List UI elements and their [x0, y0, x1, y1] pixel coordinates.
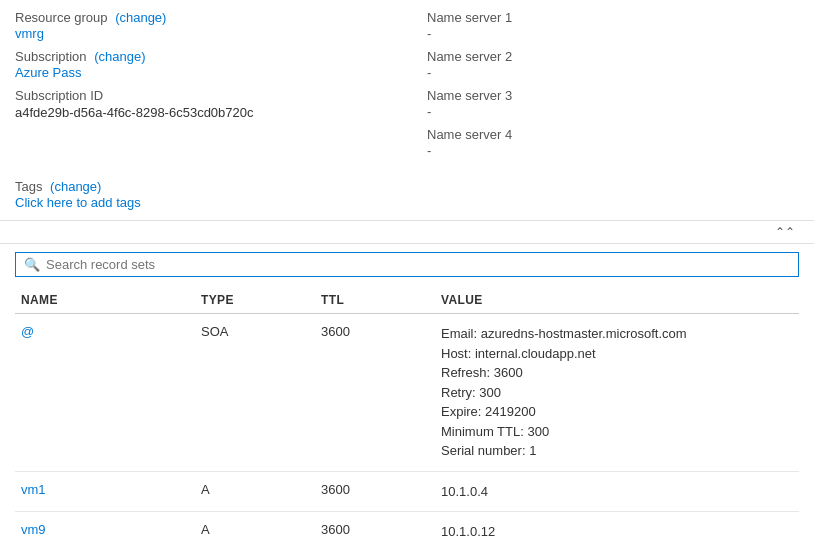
tags-change-link[interactable]: (change): [50, 179, 101, 194]
cell-value: 10.1.0.12: [435, 512, 799, 539]
subscription-id-label: Subscription ID: [15, 88, 387, 103]
ns2-value: -: [427, 65, 799, 80]
table-row: vm9A360010.1.0.12: [15, 512, 799, 539]
record-sets-table: NAME TYPE TTL VALUE @SOA3600Email: azure…: [15, 285, 799, 538]
col-header-type: TYPE: [195, 285, 315, 314]
col-header-ttl: TTL: [315, 285, 435, 314]
resource-group-label: Resource group (change): [15, 10, 387, 25]
cell-ttl: 3600: [315, 471, 435, 512]
search-icon: 🔍: [24, 257, 40, 272]
ns1-row: Name server 1 -: [427, 10, 799, 41]
ns1-label: Name server 1: [427, 10, 799, 25]
record-name-link[interactable]: vm9: [21, 522, 46, 537]
search-box: 🔍: [15, 252, 799, 277]
ns3-value: -: [427, 104, 799, 119]
search-section: 🔍: [0, 244, 814, 285]
table-header-row: NAME TYPE TTL VALUE: [15, 285, 799, 314]
ns4-label: Name server 4: [427, 127, 799, 142]
cell-value: Email: azuredns-hostmaster.microsoft.com…: [435, 314, 799, 472]
ns1-value: -: [427, 26, 799, 41]
collapse-button[interactable]: ⌃⌃: [771, 223, 799, 241]
cell-value-content: 10.1.0.4: [441, 482, 793, 502]
subscription-id-value: a4fde29b-d56a-4f6c-8298-6c53cd0b720c: [15, 105, 387, 120]
ns4-row: Name server 4 -: [427, 127, 799, 158]
resource-group-value[interactable]: vmrg: [15, 26, 44, 41]
ns3-row: Name server 3 -: [427, 88, 799, 119]
tags-add-link[interactable]: Click here to add tags: [15, 195, 141, 210]
ns4-value: -: [427, 143, 799, 158]
ns3-label: Name server 3: [427, 88, 799, 103]
cell-type: SOA: [195, 314, 315, 472]
subscription-value[interactable]: Azure Pass: [15, 65, 81, 80]
col-header-name: NAME: [15, 285, 195, 314]
record-name-link[interactable]: @: [21, 324, 34, 339]
col-header-value: VALUE: [435, 285, 799, 314]
subscription-row: Subscription (change) Azure Pass: [15, 49, 387, 80]
cell-type: A: [195, 512, 315, 539]
cell-name: @: [15, 314, 195, 472]
cell-value: 10.1.0.4: [435, 471, 799, 512]
search-input[interactable]: [46, 257, 790, 272]
tags-section: Tags (change) Click here to add tags: [0, 171, 814, 220]
subscription-id-row: Subscription ID a4fde29b-d56a-4f6c-8298-…: [15, 88, 387, 120]
cell-value-content: 10.1.0.12: [441, 522, 793, 538]
record-sets-table-section: NAME TYPE TTL VALUE @SOA3600Email: azure…: [0, 285, 814, 538]
table-row: @SOA3600Email: azuredns-hostmaster.micro…: [15, 314, 799, 472]
cell-ttl: 3600: [315, 314, 435, 472]
info-left-panel: Resource group (change) vmrg Subscriptio…: [15, 10, 407, 166]
cell-type: A: [195, 471, 315, 512]
cell-value-content: Email: azuredns-hostmaster.microsoft.com…: [441, 324, 793, 461]
collapse-bar: ⌃⌃: [0, 220, 814, 244]
table-row: vm1A360010.1.0.4: [15, 471, 799, 512]
cell-name: vm9: [15, 512, 195, 539]
record-name-link[interactable]: vm1: [21, 482, 46, 497]
resource-group-row: Resource group (change) vmrg: [15, 10, 387, 41]
resource-group-change-link[interactable]: (change): [115, 10, 166, 25]
ns2-label: Name server 2: [427, 49, 799, 64]
ns2-row: Name server 2 -: [427, 49, 799, 80]
cell-name: vm1: [15, 471, 195, 512]
subscription-change-link[interactable]: (change): [94, 49, 145, 64]
info-right-panel: Name server 1 - Name server 2 - Name ser…: [407, 10, 799, 166]
tags-label: Tags (change): [15, 179, 799, 194]
cell-ttl: 3600: [315, 512, 435, 539]
subscription-label: Subscription (change): [15, 49, 387, 64]
